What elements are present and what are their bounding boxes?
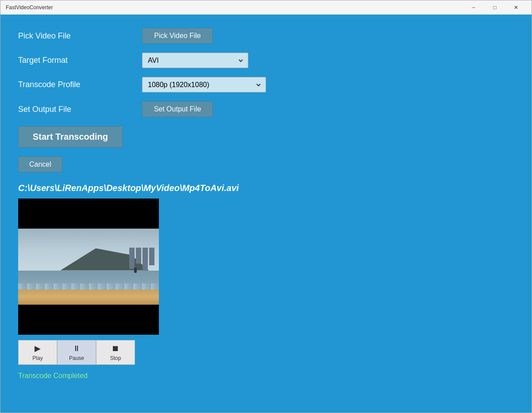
- play-label: Play: [32, 355, 42, 361]
- video-preview: [18, 199, 159, 335]
- target-format-control: AVI MP4 MKV MOV WMV: [142, 53, 248, 68]
- playback-controls: ▶ Play ⏸ Pause ⏹ Stop: [18, 340, 514, 365]
- set-output-row: Set Output File Set Output File: [18, 101, 514, 117]
- beach-bg: [18, 290, 159, 305]
- building-4: [149, 248, 154, 265]
- output-path: C:\Users\LiRenApps\Desktop\MyVideo\Mp4To…: [18, 183, 514, 193]
- transcode-profile-row: Transcode Profile 1080p (1920x1080) 720p…: [18, 77, 514, 92]
- stop-label: Stop: [110, 355, 121, 361]
- app-title: FastVideoConverter: [6, 4, 53, 11]
- building-1: [129, 248, 135, 269]
- target-format-select[interactable]: AVI MP4 MKV MOV WMV: [142, 53, 248, 68]
- set-output-button[interactable]: Set Output File: [142, 101, 213, 117]
- video-bottom-black: [18, 305, 159, 335]
- pick-video-button[interactable]: Pick Video File: [142, 28, 213, 44]
- pause-button[interactable]: ⏸ Pause: [57, 340, 96, 365]
- video-top-black: [18, 199, 159, 229]
- stop-icon: ⏹: [112, 344, 120, 353]
- pick-video-control: Pick Video File: [142, 28, 213, 44]
- status-message: Transcode Completed: [18, 372, 514, 380]
- window-controls: − □ ✕: [463, 0, 526, 15]
- main-content: Pick Video File Pick Video File Target F…: [0, 15, 532, 413]
- pause-label: Pause: [69, 355, 84, 361]
- close-button[interactable]: ✕: [506, 0, 526, 15]
- target-format-label: Target Format: [18, 56, 142, 65]
- app-window: FastVideoConverter − □ ✕ Pick Video File…: [0, 0, 532, 413]
- building-2: [136, 248, 141, 264]
- transcode-profile-control: 1080p (1920x1080) 720p (1280x720) 480p (…: [142, 77, 266, 92]
- pick-video-label: Pick Video File: [18, 31, 142, 41]
- cancel-button[interactable]: Cancel: [18, 157, 62, 172]
- transcode-profile-label: Transcode Profile: [18, 80, 142, 89]
- figure-shape: [134, 268, 137, 273]
- video-frame: [18, 229, 159, 305]
- play-button[interactable]: ▶ Play: [18, 340, 57, 365]
- play-icon: ▶: [35, 344, 41, 353]
- stop-button[interactable]: ⏹ Stop: [96, 340, 135, 365]
- transcode-profile-select[interactable]: 1080p (1920x1080) 720p (1280x720) 480p (…: [142, 77, 266, 92]
- set-output-control: Set Output File: [142, 101, 213, 117]
- minimize-button[interactable]: −: [463, 0, 484, 15]
- set-output-label: Set Output File: [18, 105, 142, 114]
- title-bar-left: FastVideoConverter: [6, 4, 53, 11]
- maximize-button[interactable]: □: [485, 0, 505, 15]
- pick-video-row: Pick Video File Pick Video File: [18, 28, 514, 44]
- title-bar: FastVideoConverter − □ ✕: [0, 0, 532, 15]
- buildings-bg: [129, 248, 154, 271]
- building-3: [143, 248, 148, 271]
- pause-icon: ⏸: [73, 344, 81, 353]
- start-transcoding-button[interactable]: Start Transcoding: [18, 126, 123, 148]
- target-format-row: Target Format AVI MP4 MKV MOV WMV: [18, 53, 514, 68]
